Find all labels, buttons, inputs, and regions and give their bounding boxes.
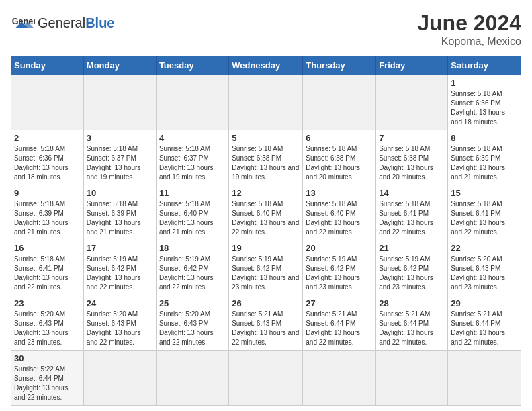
day-info: Sunrise: 5:19 AM Sunset: 6:42 PM Dayligh… xyxy=(306,255,373,292)
day-number: 9 xyxy=(14,188,81,198)
calendar-day-cell xyxy=(156,351,228,406)
calendar-day-cell: 25Sunrise: 5:20 AM Sunset: 6:43 PM Dayli… xyxy=(156,295,228,351)
day-info: Sunrise: 5:21 AM Sunset: 6:44 PM Dayligh… xyxy=(379,310,445,347)
day-info: Sunrise: 5:18 AM Sunset: 6:41 PM Dayligh… xyxy=(451,199,518,237)
day-info: Sunrise: 5:18 AM Sunset: 6:37 PM Dayligh… xyxy=(159,144,226,182)
day-number: 26 xyxy=(232,298,300,308)
calendar-day-cell: 26Sunrise: 5:21 AM Sunset: 6:43 PM Dayli… xyxy=(229,295,303,351)
day-info: Sunrise: 5:20 AM Sunset: 6:43 PM Dayligh… xyxy=(159,310,226,347)
day-number: 13 xyxy=(306,188,373,198)
calendar-day-cell xyxy=(376,75,448,130)
calendar-day-cell: 7Sunrise: 5:18 AM Sunset: 6:38 PM Daylig… xyxy=(376,130,448,185)
calendar-day-cell: 17Sunrise: 5:19 AM Sunset: 6:42 PM Dayli… xyxy=(83,240,156,295)
day-number: 16 xyxy=(14,243,81,253)
calendar-day-cell xyxy=(229,351,303,406)
logo: General GeneralBlue xyxy=(11,11,115,35)
day-info: Sunrise: 5:19 AM Sunset: 6:42 PM Dayligh… xyxy=(87,255,153,292)
calendar-day-cell: 8Sunrise: 5:18 AM Sunset: 6:39 PM Daylig… xyxy=(448,130,521,185)
day-info: Sunrise: 5:18 AM Sunset: 6:36 PM Dayligh… xyxy=(14,144,81,182)
month-year-title: June 2024 xyxy=(417,11,521,36)
calendar-day-cell xyxy=(83,75,156,130)
day-number: 20 xyxy=(306,243,373,253)
day-number: 8 xyxy=(451,133,518,143)
calendar-day-cell: 16Sunrise: 5:18 AM Sunset: 6:41 PM Dayli… xyxy=(11,240,84,295)
day-number: 5 xyxy=(232,133,300,143)
day-number: 12 xyxy=(232,188,300,198)
day-info: Sunrise: 5:21 AM Sunset: 6:44 PM Dayligh… xyxy=(306,310,373,347)
day-number: 24 xyxy=(87,298,153,308)
calendar-day-cell: 5Sunrise: 5:18 AM Sunset: 6:38 PM Daylig… xyxy=(229,130,303,185)
day-info: Sunrise: 5:20 AM Sunset: 6:43 PM Dayligh… xyxy=(14,310,81,347)
day-info: Sunrise: 5:19 AM Sunset: 6:42 PM Dayligh… xyxy=(379,255,445,292)
calendar-day-cell: 21Sunrise: 5:19 AM Sunset: 6:42 PM Dayli… xyxy=(376,240,448,295)
day-info: Sunrise: 5:18 AM Sunset: 6:38 PM Dayligh… xyxy=(306,144,373,182)
calendar-day-cell xyxy=(303,75,376,130)
calendar-day-cell: 3Sunrise: 5:18 AM Sunset: 6:37 PM Daylig… xyxy=(83,130,156,185)
calendar-day-cell: 20Sunrise: 5:19 AM Sunset: 6:42 PM Dayli… xyxy=(303,240,376,295)
calendar-day-cell: 1Sunrise: 5:18 AM Sunset: 6:36 PM Daylig… xyxy=(448,75,521,130)
day-number: 15 xyxy=(451,188,518,198)
day-info: Sunrise: 5:18 AM Sunset: 6:38 PM Dayligh… xyxy=(232,144,300,182)
day-number: 22 xyxy=(451,243,518,253)
weekday-header-sunday: Sunday xyxy=(11,56,84,75)
day-info: Sunrise: 5:18 AM Sunset: 6:39 PM Dayligh… xyxy=(87,199,153,237)
calendar-day-cell: 23Sunrise: 5:20 AM Sunset: 6:43 PM Dayli… xyxy=(11,295,84,351)
calendar-day-cell: 24Sunrise: 5:20 AM Sunset: 6:43 PM Dayli… xyxy=(83,295,156,351)
title-area: June 2024 Kopoma, Mexico xyxy=(417,11,521,48)
day-number: 19 xyxy=(232,243,300,253)
day-info: Sunrise: 5:18 AM Sunset: 6:40 PM Dayligh… xyxy=(232,199,300,237)
day-info: Sunrise: 5:18 AM Sunset: 6:38 PM Dayligh… xyxy=(379,144,445,182)
calendar-day-cell: 9Sunrise: 5:18 AM Sunset: 6:39 PM Daylig… xyxy=(11,185,84,240)
weekday-header-wednesday: Wednesday xyxy=(229,56,303,75)
day-info: Sunrise: 5:18 AM Sunset: 6:37 PM Dayligh… xyxy=(87,144,153,182)
day-number: 3 xyxy=(87,133,153,143)
calendar-day-cell xyxy=(376,351,448,406)
day-number: 10 xyxy=(87,188,153,198)
day-number: 11 xyxy=(159,188,226,198)
day-info: Sunrise: 5:18 AM Sunset: 6:41 PM Dayligh… xyxy=(379,199,445,237)
day-number: 1 xyxy=(451,78,518,88)
calendar-day-cell xyxy=(303,351,376,406)
day-info: Sunrise: 5:22 AM Sunset: 6:44 PM Dayligh… xyxy=(14,365,81,402)
calendar-day-cell: 15Sunrise: 5:18 AM Sunset: 6:41 PM Dayli… xyxy=(448,185,521,240)
calendar-day-cell xyxy=(11,75,84,130)
day-number: 7 xyxy=(379,133,445,143)
calendar-day-cell: 6Sunrise: 5:18 AM Sunset: 6:38 PM Daylig… xyxy=(303,130,376,185)
day-number: 30 xyxy=(14,353,81,363)
calendar-week-row: 23Sunrise: 5:20 AM Sunset: 6:43 PM Dayli… xyxy=(11,295,521,351)
weekday-header-thursday: Thursday xyxy=(303,56,376,75)
calendar-day-cell: 19Sunrise: 5:19 AM Sunset: 6:42 PM Dayli… xyxy=(229,240,303,295)
day-info: Sunrise: 5:19 AM Sunset: 6:42 PM Dayligh… xyxy=(232,255,300,292)
calendar-week-row: 30Sunrise: 5:22 AM Sunset: 6:44 PM Dayli… xyxy=(11,351,521,406)
calendar-day-cell: 14Sunrise: 5:18 AM Sunset: 6:41 PM Dayli… xyxy=(376,185,448,240)
calendar-day-cell: 28Sunrise: 5:21 AM Sunset: 6:44 PM Dayli… xyxy=(376,295,448,351)
calendar-week-row: 1Sunrise: 5:18 AM Sunset: 6:36 PM Daylig… xyxy=(11,75,521,130)
day-number: 14 xyxy=(379,188,445,198)
location-subtitle: Kopoma, Mexico xyxy=(417,36,521,48)
logo-general-text: General xyxy=(38,15,85,30)
weekday-header-friday: Friday xyxy=(376,56,448,75)
day-info: Sunrise: 5:19 AM Sunset: 6:42 PM Dayligh… xyxy=(159,255,226,292)
day-number: 23 xyxy=(14,298,81,308)
calendar-day-cell: 12Sunrise: 5:18 AM Sunset: 6:40 PM Dayli… xyxy=(229,185,303,240)
day-info: Sunrise: 5:20 AM Sunset: 6:43 PM Dayligh… xyxy=(451,255,518,292)
calendar-day-cell: 18Sunrise: 5:19 AM Sunset: 6:42 PM Dayli… xyxy=(156,240,228,295)
calendar-day-cell: 29Sunrise: 5:21 AM Sunset: 6:44 PM Dayli… xyxy=(448,295,521,351)
day-info: Sunrise: 5:18 AM Sunset: 6:36 PM Dayligh… xyxy=(451,89,518,127)
day-number: 18 xyxy=(159,243,226,253)
day-number: 4 xyxy=(159,133,226,143)
day-number: 27 xyxy=(306,298,373,308)
day-info: Sunrise: 5:21 AM Sunset: 6:43 PM Dayligh… xyxy=(232,310,300,347)
calendar-day-cell: 13Sunrise: 5:18 AM Sunset: 6:40 PM Dayli… xyxy=(303,185,376,240)
calendar-table: SundayMondayTuesdayWednesdayThursdayFrid… xyxy=(11,56,521,406)
day-number: 17 xyxy=(87,243,153,253)
calendar-week-row: 16Sunrise: 5:18 AM Sunset: 6:41 PM Dayli… xyxy=(11,240,521,295)
day-info: Sunrise: 5:18 AM Sunset: 6:39 PM Dayligh… xyxy=(14,199,81,237)
calendar-week-row: 9Sunrise: 5:18 AM Sunset: 6:39 PM Daylig… xyxy=(11,185,521,240)
calendar-day-cell: 4Sunrise: 5:18 AM Sunset: 6:37 PM Daylig… xyxy=(156,130,228,185)
weekday-header-monday: Monday xyxy=(83,56,156,75)
day-number: 6 xyxy=(306,133,373,143)
day-number: 28 xyxy=(379,298,445,308)
day-info: Sunrise: 5:18 AM Sunset: 6:39 PM Dayligh… xyxy=(451,144,518,182)
calendar-day-cell: 30Sunrise: 5:22 AM Sunset: 6:44 PM Dayli… xyxy=(11,351,84,406)
